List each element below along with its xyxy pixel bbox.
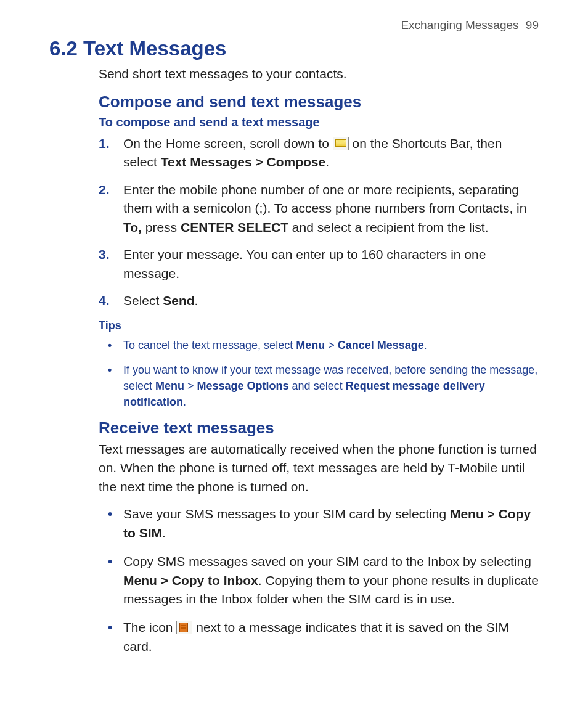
tip-text: To cancel the text message, select xyxy=(123,339,296,351)
compose-steps: 1. On the Home screen, scroll down to on… xyxy=(99,134,539,311)
step-text: . xyxy=(325,155,329,169)
manual-page: Exchanging Messages 99 6.2 Text Messages… xyxy=(0,0,588,723)
step-number: 3. xyxy=(99,245,110,264)
compose-heading: Compose and send text messages xyxy=(99,92,539,112)
tip-bold: Menu xyxy=(296,339,325,351)
bullet-bold: Menu > Copy to Inbox xyxy=(123,573,258,587)
intro-text: Send short text messages to your contact… xyxy=(99,67,539,81)
tip-text: and select xyxy=(289,380,346,392)
tip-bold: Message Options xyxy=(197,380,289,392)
tip-text: > xyxy=(184,380,197,392)
receive-paragraph: Text messages are automatically received… xyxy=(99,440,539,496)
step-text: . xyxy=(195,293,198,308)
step-text: Enter the mobile phone number of one or … xyxy=(123,182,526,215)
messages-icon xyxy=(333,137,349,150)
receive-bullets: Save your SMS messages to your SIM card … xyxy=(99,505,539,656)
bullet-2: Copy SMS messages saved on your SIM card… xyxy=(99,552,539,608)
step-text: Enter your message. You can enter up to … xyxy=(123,247,486,280)
tips-list: To cancel the text message, select Menu … xyxy=(99,337,539,410)
step-text: On the Home screen, scroll down to xyxy=(123,136,333,150)
step-number: 2. xyxy=(99,181,110,199)
step-text: Select xyxy=(123,293,163,308)
bullet-3: The icon next to a message indicates tha… xyxy=(99,618,539,656)
step-number: 1. xyxy=(99,134,110,153)
step-text: and select a recipient from the list. xyxy=(288,220,489,234)
bullet-text: . xyxy=(162,526,166,540)
bullet-text: The icon xyxy=(123,620,176,634)
step-number: 4. xyxy=(99,292,110,310)
tips-label: Tips xyxy=(99,319,539,332)
bullet-text: Save your SMS messages to your SIM card … xyxy=(123,507,450,521)
receive-heading: Receive text messages xyxy=(99,419,539,438)
step-2: 2. Enter the mobile phone number of one … xyxy=(99,181,539,237)
step-1: 1. On the Home screen, scroll down to on… xyxy=(99,134,539,172)
step-3: 3. Enter your message. You can enter up … xyxy=(99,245,539,283)
tip-text: > xyxy=(325,339,338,351)
bullet-text: Copy SMS messages saved on your SIM card… xyxy=(123,554,531,568)
section-title: 6.2 Text Messages xyxy=(49,37,539,60)
page-number: 99 xyxy=(526,18,539,31)
tip-1: To cancel the text message, select Menu … xyxy=(99,337,539,353)
tip-text: . xyxy=(183,396,186,408)
tip-bold: Cancel Message xyxy=(338,339,424,351)
step-bold: To, xyxy=(123,220,142,234)
sim-card-icon xyxy=(176,621,192,634)
page-header: Exchanging Messages 99 xyxy=(49,18,539,32)
step-bold: Text Messages > Compose xyxy=(161,155,325,169)
compose-howto: To compose and send a text message xyxy=(99,115,539,129)
step-bold: Send xyxy=(163,293,194,308)
step-4: 4. Select Send. xyxy=(99,292,539,310)
tip-bold: Menu xyxy=(155,380,184,392)
step-text: press xyxy=(142,220,181,234)
bullet-1: Save your SMS messages to your SIM card … xyxy=(99,505,539,542)
chapter-name: Exchanging Messages xyxy=(401,18,518,31)
tip-text: . xyxy=(424,339,427,351)
step-bold: CENTER SELECT xyxy=(181,220,288,234)
tip-2: If you want to know if your text message… xyxy=(99,362,539,410)
